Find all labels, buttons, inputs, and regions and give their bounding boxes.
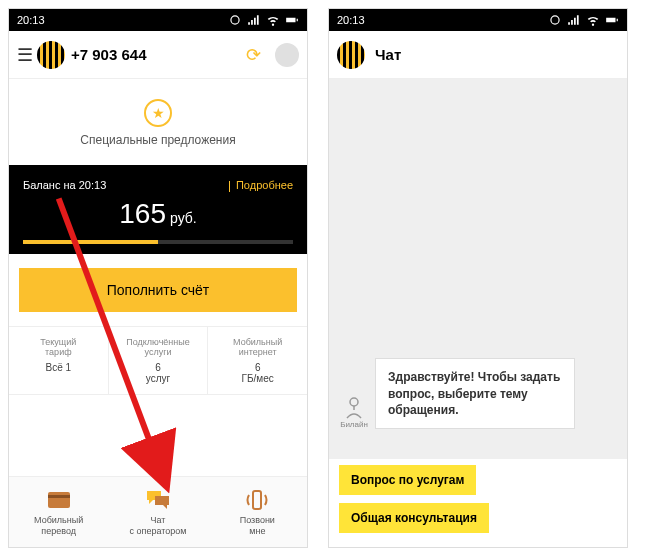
tariff-cell[interactable]: Текущийтариф Всё 1 — [9, 327, 109, 395]
balance-amount: 165руб. — [23, 198, 293, 230]
svg-rect-0 — [48, 492, 70, 508]
phone-number[interactable]: +7 903 644 — [71, 46, 232, 63]
signal-icon — [247, 13, 261, 27]
message-bubble: Здравствуйте! Чтобы задать вопрос, выбер… — [375, 358, 575, 429]
nav-callme[interactable]: Позвонимне — [208, 477, 307, 547]
phone-chat: 20:13 Чат Билайн Здравствуйте! Чтобы зад… — [328, 8, 628, 548]
chat-title: Чат — [371, 46, 401, 63]
beeline-logo-icon — [37, 41, 65, 69]
nav-chat[interactable]: Чатс оператором — [108, 477, 207, 547]
svg-point-3 — [350, 398, 358, 406]
chip-container: Вопрос по услугам Общая консультация — [329, 459, 627, 547]
menu-icon[interactable]: ☰ — [17, 44, 33, 66]
nav-transfer[interactable]: Мобильныйперевод — [9, 477, 108, 547]
info-row: Текущийтариф Всё 1 Подключённыеуслуги 6у… — [9, 326, 307, 396]
operator-avatar: Билайн — [339, 396, 369, 429]
svg-rect-1 — [48, 495, 70, 498]
balance-progress — [23, 240, 293, 244]
battery-icon — [605, 13, 619, 27]
chat-icon — [112, 489, 203, 511]
chat-body: Билайн Здравствуйте! Чтобы задать вопрос… — [329, 79, 627, 459]
status-time: 20:13 — [337, 14, 365, 26]
chat-header: Чат — [329, 31, 627, 79]
internet-cell[interactable]: Мобильныйинтернет 6ГБ/мес — [208, 327, 307, 395]
topup-button[interactable]: Пополнить счёт — [19, 268, 297, 312]
status-icons — [228, 13, 299, 27]
chat-bubble-icon[interactable] — [275, 43, 299, 67]
phone-vibrate-icon — [212, 489, 303, 511]
alarm-icon — [548, 13, 562, 27]
app-header: ☰ +7 903 644 ⟳ — [9, 31, 307, 79]
balance-label: Баланс на 20:13 — [23, 179, 106, 192]
balance-card: Баланс на 20:13 Подробнее 165руб. — [9, 165, 307, 254]
star-icon: ★ — [144, 99, 172, 127]
chip-services-question[interactable]: Вопрос по услугам — [339, 465, 476, 495]
chip-general-consult[interactable]: Общая консультация — [339, 503, 489, 533]
balance-more-link[interactable]: Подробнее — [229, 179, 293, 192]
special-offers[interactable]: ★ Специальные предложения — [9, 79, 307, 165]
alarm-icon — [228, 13, 242, 27]
wallet-icon — [13, 489, 104, 511]
bottom-nav: Мобильныйперевод Чатс оператором Позвони… — [9, 476, 307, 547]
wifi-icon — [586, 13, 600, 27]
signal-icon — [567, 13, 581, 27]
offers-label: Специальные предложения — [9, 133, 307, 147]
battery-icon — [285, 13, 299, 27]
message-row: Билайн Здравствуйте! Чтобы задать вопрос… — [339, 358, 617, 429]
status-bar: 20:13 — [329, 9, 627, 31]
status-time: 20:13 — [17, 14, 45, 26]
phone-main: 20:13 ☰ +7 903 644 ⟳ ★ Специальные предл… — [8, 8, 308, 548]
status-bar: 20:13 — [9, 9, 307, 31]
status-icons — [548, 13, 619, 27]
refresh-icon[interactable]: ⟳ — [246, 44, 261, 66]
wifi-icon — [266, 13, 280, 27]
services-cell[interactable]: Подключённыеуслуги 6услуг — [109, 327, 209, 395]
beeline-logo-icon — [337, 41, 365, 69]
svg-rect-2 — [253, 491, 261, 509]
